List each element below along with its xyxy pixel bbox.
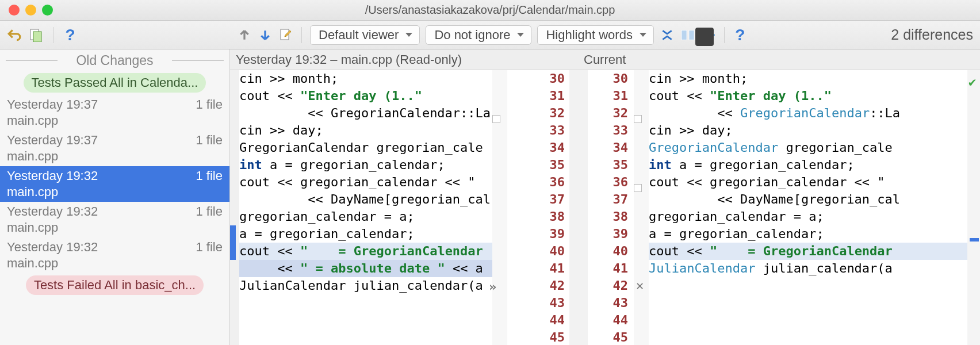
- next-diff-icon[interactable]: [258, 28, 273, 43]
- right-code-pane[interactable]: cin >> month;cout << "Enter day (1.." <<…: [649, 70, 967, 345]
- apply-change-icon[interactable]: »: [489, 278, 496, 296]
- edit-source-icon[interactable]: [278, 28, 293, 43]
- viewer-label: Default viewer: [319, 28, 399, 43]
- left-line-numbers: 30 31 32 33 34 35 36 37 38 39 40 41 42 4…: [507, 70, 569, 345]
- overview-ruler[interactable]: ✔: [967, 70, 980, 345]
- window-title: /Users/anastasiakazakova/prj/Calendar/ma…: [365, 3, 615, 17]
- history-item-files: 1 file: [196, 240, 223, 255]
- history-item-filename: main.cpp: [7, 219, 223, 235]
- left-gutter: [230, 70, 239, 345]
- left-code-pane[interactable]: cin >> month;cout << "Enter day (1.." <<…: [239, 70, 492, 345]
- toolbar-divider: [301, 27, 302, 43]
- changes-sidebar: Old Changes Tests Passed All in Calenda.…: [0, 49, 230, 345]
- traffic-lights: [0, 5, 53, 16]
- toolbar-divider: [724, 27, 725, 43]
- history-item-time: Yesterday 19:32: [7, 240, 98, 255]
- diff-count: 2 differences: [881, 26, 973, 43]
- collapse-unchanged-icon[interactable]: [660, 28, 675, 43]
- history-item-filename: main.cpp: [7, 183, 223, 200]
- history-item-files: 1 file: [196, 133, 223, 148]
- ignore-dropdown[interactable]: Do not ignore: [426, 25, 531, 45]
- history-item-time: Yesterday 19:32: [7, 168, 98, 183]
- change-marker: [230, 225, 236, 260]
- history-item[interactable]: Yesterday 19:321 filemain.cpp: [0, 237, 229, 273]
- left-pane-header: Yesterday 19:32 – main.cpp (Read-only): [230, 49, 486, 70]
- history-item-files: 1 file: [196, 204, 223, 219]
- zoom-window-button[interactable]: [42, 5, 53, 16]
- history-item[interactable]: Yesterday 19:371 filemain.cpp: [0, 95, 229, 131]
- sidebar-header: Old Changes: [0, 49, 229, 71]
- minimize-window-button[interactable]: [25, 5, 36, 16]
- fold-marker-icon[interactable]: [492, 115, 500, 123]
- highlight-dropdown[interactable]: Highlight words: [537, 25, 653, 45]
- show-diff-icon[interactable]: [29, 28, 44, 43]
- window-titlebar: /Users/anastasiakazakova/prj/Calendar/ma…: [0, 0, 980, 21]
- tests-passed-badge[interactable]: Tests Passed All in Calenda...: [24, 73, 206, 93]
- mid-separator[interactable]: [569, 70, 588, 345]
- left-fold-column: »: [492, 70, 507, 345]
- right-line-numbers: 30 31 32 33 34 35 36 37 38 39 40 41 42 4…: [588, 70, 634, 345]
- history-item[interactable]: Yesterday 19:321 filemain.cpp: [0, 202, 229, 237]
- right-fold-column: ✕: [634, 70, 649, 345]
- diff-marker[interactable]: [970, 238, 979, 241]
- help-icon[interactable]: ?: [733, 28, 748, 43]
- history-list: Yesterday 19:371 filemain.cppYesterday 1…: [0, 95, 229, 273]
- history-item-files: 1 file: [196, 97, 223, 112]
- viewer-dropdown[interactable]: Default viewer: [310, 25, 420, 45]
- help-icon[interactable]: ?: [63, 28, 78, 43]
- tests-failed-badge[interactable]: Tests Failed All in basic_ch...: [26, 275, 204, 295]
- sync-scroll-icon[interactable]: [680, 28, 695, 43]
- history-item-time: Yesterday 19:32: [7, 204, 98, 219]
- previous-diff-icon[interactable]: [237, 28, 252, 43]
- toolbar-divider: [53, 27, 53, 43]
- history-item-filename: main.cpp: [7, 255, 223, 271]
- highlight-label: Highlight words: [546, 28, 632, 43]
- history-item[interactable]: Yesterday 19:371 filemain.cpp: [0, 131, 229, 166]
- history-item[interactable]: Yesterday 19:321 filemain.cpp: [0, 166, 229, 202]
- history-item-filename: main.cpp: [7, 148, 223, 164]
- history-item-time: Yesterday 19:37: [7, 97, 98, 112]
- fold-marker-icon[interactable]: [634, 184, 642, 192]
- history-item-time: Yesterday 19:37: [7, 133, 98, 148]
- history-item-files: 1 file: [196, 168, 223, 183]
- ignore-label: Do not ignore: [434, 28, 510, 43]
- main-toolbar: ? Default viewer Do not ignore Highlight…: [0, 21, 980, 49]
- svg-rect-4: [689, 30, 694, 40]
- reject-change-icon[interactable]: ✕: [636, 277, 644, 294]
- history-item-filename: main.cpp: [7, 112, 223, 128]
- right-pane-header: Current: [486, 49, 980, 70]
- no-errors-icon: ✔: [968, 74, 976, 91]
- svg-rect-1: [33, 32, 41, 42]
- fold-marker-icon[interactable]: [634, 115, 642, 123]
- revert-icon[interactable]: [7, 28, 22, 43]
- close-window-button[interactable]: [9, 5, 20, 16]
- svg-rect-3: [682, 30, 687, 40]
